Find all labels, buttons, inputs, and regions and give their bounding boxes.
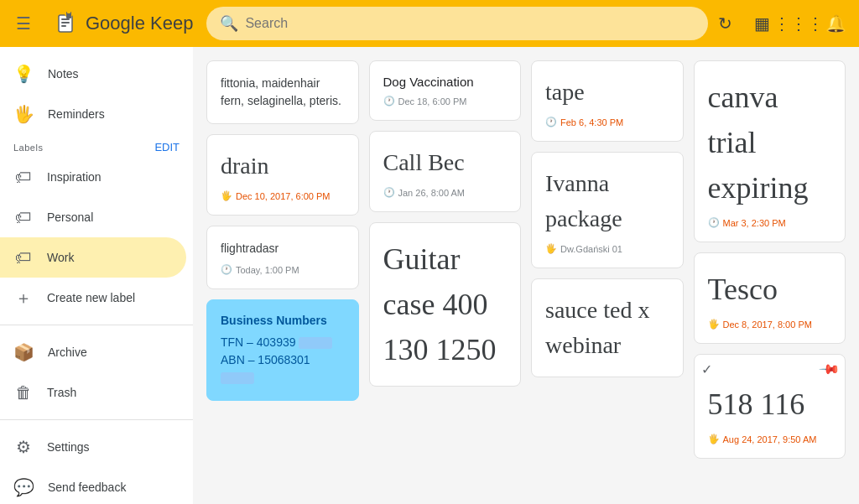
add-icon: ＋ xyxy=(13,287,34,309)
labels-header: Labels EDIT xyxy=(0,134,193,157)
archive-icon: 📦 xyxy=(13,342,34,362)
note-time-3: 🕐 Feb 6, 4:30 PM xyxy=(545,117,669,127)
reminder-icon-12: 🖐 xyxy=(708,434,720,444)
sidebar-item-notes[interactable]: 💡 Notes xyxy=(0,54,186,94)
labels-title: Labels xyxy=(13,143,43,153)
note-card-7[interactable]: Ivanna package 🖐 Dw.Gdański 01 xyxy=(531,152,684,268)
note-card-1[interactable]: fittonia, maidenhair fern, selaginella, … xyxy=(206,60,359,124)
sidebar-feedback-label: Send feedback xyxy=(48,481,126,494)
notes-grid: fittonia, maidenhair fern, selaginella, … xyxy=(206,60,846,459)
logo-icon xyxy=(50,8,81,39)
header-left: ☰ Google Keep xyxy=(7,7,193,40)
blurred-abn xyxy=(221,372,254,384)
sidebar-item-work[interactable]: 🏷 Work xyxy=(0,237,186,278)
note-body-1: fittonia, maidenhair fern, selaginella, … xyxy=(221,75,345,110)
note-card-13[interactable]: Business Numbers TFN – 403939 ABN – 1506… xyxy=(206,299,359,401)
note-body-12: 518 116 xyxy=(708,382,832,427)
note-card-12[interactable]: ✓ 📌 518 116 🖐 Aug 24, 2017, 9:50 AM xyxy=(694,354,846,459)
label-icon-work: 🏷 xyxy=(13,248,34,268)
label-icon-7: 🖐 xyxy=(545,243,557,254)
sidebar-item-archive[interactable]: 📦 Archive xyxy=(0,332,186,372)
apps-button[interactable]: ⋮⋮⋮ xyxy=(782,7,815,40)
label-icon: 🏷 xyxy=(13,168,34,187)
main-content: fittonia, maidenhair fern, selaginella, … xyxy=(193,47,859,504)
sidebar-item-create-label[interactable]: ＋ Create new label xyxy=(0,278,186,318)
sidebar-item-trash[interactable]: 🗑 Trash xyxy=(0,372,186,413)
note-body-5: drain xyxy=(221,148,345,184)
note-title-2: Dog Vaccination xyxy=(383,75,508,89)
header-right: ↻ ▦ ⋮⋮⋮ 🔔 xyxy=(708,7,852,40)
note-card-9[interactable]: flightradasr 🕐 Today, 1:00 PM xyxy=(206,226,359,289)
sidebar-item-reminders[interactable]: 🖐 Reminders xyxy=(0,94,186,134)
logo-text: Google Keep xyxy=(86,13,193,34)
note-time-text-12: Aug 24, 2017, 9:50 AM xyxy=(723,434,817,444)
sidebar-work-label: Work xyxy=(47,251,74,264)
trash-icon: 🗑 xyxy=(13,383,34,403)
svg-rect-7 xyxy=(67,11,70,13)
sidebar-archive-label: Archive xyxy=(48,346,87,359)
sidebar-item-inspiration[interactable]: 🏷 Inspiration xyxy=(0,157,186,197)
search-input[interactable] xyxy=(245,16,695,31)
sidebar-notes-label: Notes xyxy=(48,67,79,81)
checkmark-icon: ✓ xyxy=(701,361,712,377)
refresh-button[interactable]: ↻ xyxy=(708,7,742,40)
note-body-11: sauce ted x webinar xyxy=(545,293,669,363)
note-card-2[interactable]: Dog Vaccination 🕐 Dec 18, 6:00 PM xyxy=(369,60,522,121)
blurred-tfn xyxy=(299,337,332,349)
reminder-icon-5: 🖐 xyxy=(221,190,232,201)
sidebar-personal-label: Personal xyxy=(47,210,93,224)
note-card-11[interactable]: sauce ted x webinar xyxy=(531,278,684,377)
note-card-6[interactable]: Call Bec 🕐 Jan 26, 8:00 AM xyxy=(369,131,522,212)
reminder-icon: 🖐 xyxy=(13,104,34,124)
note-body-4: canva trial expiring xyxy=(708,75,832,210)
note-card-8[interactable]: Tesco 🖐 Dec 8, 2017, 8:00 PM xyxy=(694,252,846,344)
settings-icon: ⚙ xyxy=(13,437,34,457)
menu-button[interactable]: ☰ xyxy=(7,7,40,40)
note-time-9: 🕐 Today, 1:00 PM xyxy=(221,264,345,275)
logo-area: Google Keep xyxy=(50,8,193,39)
app-body: 💡 Notes 🖐 Reminders Labels EDIT 🏷 Inspir… xyxy=(0,47,859,504)
sidebar-trash-label: Trash xyxy=(47,386,76,399)
svg-rect-3 xyxy=(61,22,70,23)
note-time-4: 🕐 Mar 3, 2:30 PM xyxy=(708,217,832,228)
labels-edit-button[interactable]: EDIT xyxy=(154,141,180,153)
note-label-7: 🖐 Dw.Gdański 01 xyxy=(545,243,669,254)
note-time-5: 🖐 Dec 10, 2017, 6:00 PM xyxy=(221,190,345,201)
sidebar-item-personal[interactable]: 🏷 Personal xyxy=(0,197,186,237)
note-time-text-2: Dec 18, 6:00 PM xyxy=(398,96,467,107)
notifications-button[interactable]: 🔔 xyxy=(819,7,852,40)
note-title-13: Business Numbers xyxy=(221,314,345,327)
sidebar-item-settings[interactable]: ⚙ Settings xyxy=(0,427,186,467)
note-card-4[interactable]: canva trial expiring 🕐 Mar 3, 2:30 PM xyxy=(694,60,846,242)
search-icon: 🔍 xyxy=(220,14,238,33)
note-body-6: Call Bec xyxy=(383,145,508,180)
hamburger-icon: ☰ xyxy=(16,13,31,34)
svg-rect-4 xyxy=(61,25,66,27)
note-time-12: 🖐 Aug 24, 2017, 9:50 AM xyxy=(708,434,832,444)
label-icon-personal: 🏷 xyxy=(13,208,34,227)
note-time-2: 🕐 Dec 18, 6:00 PM xyxy=(383,96,508,107)
note-label-text-7: Dw.Gdański 01 xyxy=(560,244,622,254)
svg-rect-2 xyxy=(61,18,70,20)
sidebar-item-feedback[interactable]: 💬 Send feedback xyxy=(0,467,186,504)
reminder-icon-3: 🕐 xyxy=(545,117,557,127)
note-time-text-4: Mar 3, 2:30 PM xyxy=(723,218,786,228)
note-time-text-9: Today, 1:00 PM xyxy=(236,265,299,275)
sidebar-reminders-label: Reminders xyxy=(48,107,105,121)
note-body-8: Tesco xyxy=(708,267,832,312)
sidebar-inspiration-label: Inspiration xyxy=(47,170,102,184)
note-card-5[interactable]: drain 🖐 Dec 10, 2017, 6:00 PM xyxy=(206,134,359,216)
note-time-text-6: Jan 26, 8:00 AM xyxy=(398,188,466,198)
reminder-icon-8: 🖐 xyxy=(708,319,720,330)
note-time-8: 🖐 Dec 8, 2017, 8:00 PM xyxy=(708,319,832,330)
search-bar[interactable]: 🔍 xyxy=(206,7,708,40)
note-body-3: tape xyxy=(545,75,669,110)
note-card-10[interactable]: Guitar case 400 130 1250 xyxy=(369,222,522,387)
note-body-10: Guitar case 400 130 1250 xyxy=(383,236,508,372)
lightbulb-icon: 💡 xyxy=(13,64,34,84)
note-card-3[interactable]: tape 🕐 Feb 6, 4:30 PM xyxy=(531,60,684,142)
clock-icon-9: 🕐 xyxy=(221,264,232,275)
sidebar-divider-2 xyxy=(0,419,193,420)
app-header: ☰ Google Keep 🔍 ↻ ▦ ⋮⋮⋮ 🔔 xyxy=(0,0,859,47)
feedback-icon: 💬 xyxy=(13,477,34,497)
